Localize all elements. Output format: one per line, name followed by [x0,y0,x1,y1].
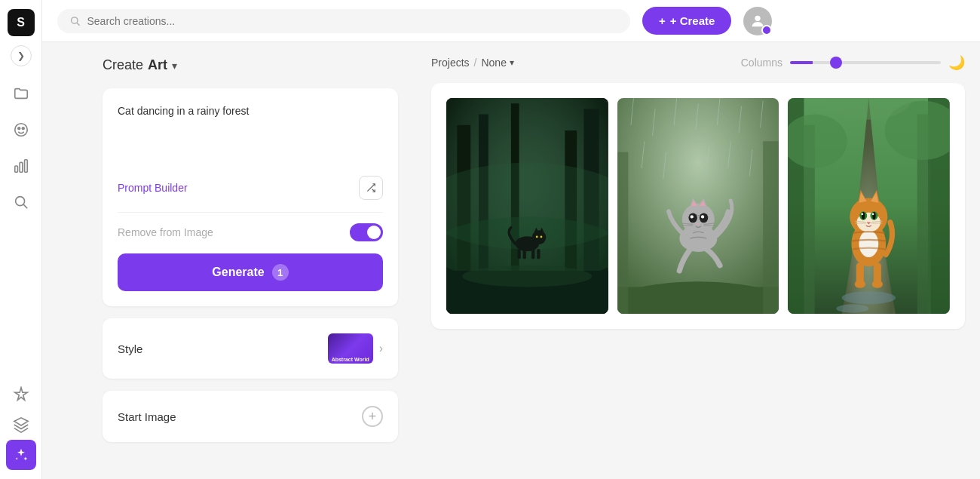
svg-line-9 [77,23,80,26]
svg-rect-37 [617,287,779,314]
toggle-knob [367,226,381,239]
gallery-image-2[interactable] [617,98,779,314]
sidebar-item-chart[interactable] [6,151,36,181]
create-button[interactable]: + + Create [642,7,731,35]
right-panel: Projects / None ▾ Columns 🌙 [416,42,980,479]
avatar[interactable] [743,7,772,35]
start-image-label: Start Image [118,410,176,423]
gallery-image-1[interactable] [446,98,608,314]
breadcrumb-projects[interactable]: Projects [431,57,470,69]
svg-point-61 [701,215,704,218]
svg-point-97 [837,304,869,312]
sidebar-item-sparkle[interactable] [6,379,36,410]
remove-from-image-row: Remove from Image [118,212,383,241]
svg-point-6 [15,197,24,206]
svg-point-96 [842,291,896,304]
generate-label: Generate [212,266,264,279]
prompt-builder-link[interactable]: Prompt Builder [118,182,188,194]
prompt-footer: Prompt Builder [118,176,383,200]
columns-control: Columns 🌙 [741,54,965,71]
add-start-image-button[interactable]: + [362,406,383,427]
svg-rect-4 [20,162,23,172]
sidebar-item-layers[interactable] [6,410,36,440]
gallery-header: Projects / None ▾ Columns 🌙 [431,54,965,71]
svg-rect-38 [617,152,628,315]
style-chevron-icon: › [379,342,383,355]
svg-point-95 [872,281,883,288]
gallery-container [431,83,965,329]
columns-label: Columns [741,57,782,69]
svg-rect-5 [24,160,27,173]
svg-point-85 [862,213,864,215]
main-content: Create Art ▾ Cat dancing in a rainy fore… [84,42,980,479]
sidebar: S ❯ [0,0,42,479]
breadcrumb-separator: / [474,57,477,69]
prompt-card: Cat dancing in a rainy forest Prompt Bui… [103,88,398,306]
search-icon [69,15,81,27]
svg-point-91 [859,230,879,257]
svg-point-10 [755,15,761,20]
generate-button[interactable]: Generate 1 [118,253,383,291]
app-logo[interactable]: S [8,9,35,36]
avatar-badge [761,25,772,35]
columns-slider[interactable] [790,61,941,64]
style-thumbnail: Abstract World [328,333,373,364]
style-label: Style [118,342,142,355]
svg-point-53 [682,204,715,236]
svg-point-94 [855,281,865,288]
left-panel: Create Art ▾ Cat dancing in a rainy fore… [84,42,416,479]
breadcrumb-none-label: None [481,57,506,69]
create-title: Create Art ▾ [103,57,398,73]
svg-point-1 [17,127,20,130]
prompt-textarea[interactable]: Cat dancing in a rainy forest [118,103,383,164]
style-preview[interactable]: Abstract World › [328,333,383,364]
breadcrumb: Projects / None ▾ [431,57,514,69]
svg-point-2 [22,127,24,130]
svg-rect-34 [446,98,608,314]
style-card: Style Abstract World › [103,318,398,379]
sidebar-expand-button[interactable]: ❯ [11,45,32,66]
start-image-card: Start Image + [103,391,398,442]
svg-point-8 [72,17,78,23]
shuffle-icon [366,183,376,193]
generate-count-badge: 1 [272,264,289,281]
create-label: + Create [670,14,715,27]
create-word: Create [103,57,143,73]
gallery-grid [446,98,950,314]
breadcrumb-none-chevron-icon: ▾ [510,57,514,68]
svg-point-60 [690,215,693,218]
art-word: Art [148,57,167,73]
sidebar-item-folder[interactable] [6,78,36,109]
theme-toggle-icon[interactable]: 🌙 [948,54,965,71]
create-plus-icon: + [659,14,666,27]
gallery-image-3[interactable] [788,98,950,314]
svg-point-0 [14,124,27,137]
art-dropdown-icon[interactable]: ▾ [172,60,177,72]
breadcrumb-none-dropdown[interactable]: None ▾ [481,57,513,69]
remove-from-image-toggle[interactable] [350,223,383,241]
search-input[interactable] [87,15,618,27]
svg-line-7 [23,204,27,208]
shuffle-button[interactable] [359,176,383,200]
header: + + Create [42,0,980,42]
sidebar-item-faces[interactable] [6,115,36,145]
remove-from-image-label: Remove from Image [118,226,213,238]
sidebar-magic-button[interactable] [6,440,36,470]
search-bar[interactable] [57,9,630,33]
svg-rect-3 [14,166,17,172]
svg-point-86 [872,213,874,215]
svg-rect-39 [763,141,779,314]
style-name: Abstract World [328,357,373,362]
sidebar-item-search[interactable] [6,187,36,217]
